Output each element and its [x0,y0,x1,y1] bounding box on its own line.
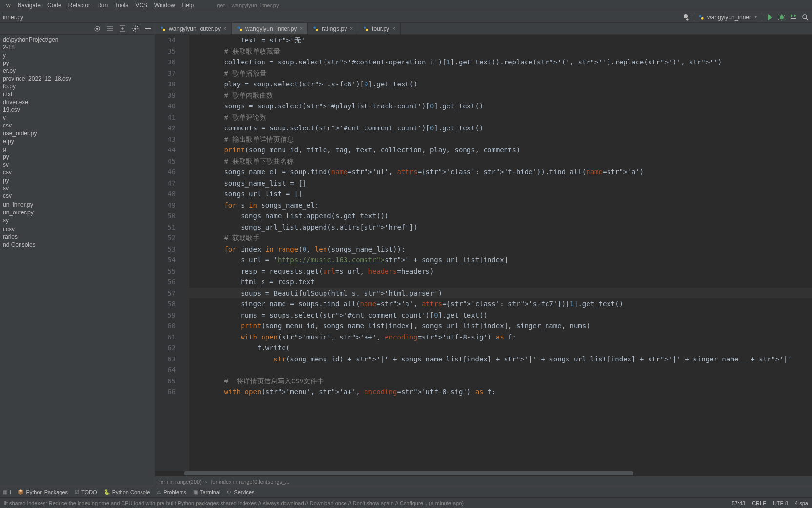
tree-file[interactable]: e.py [0,137,155,145]
code-line[interactable]: for index in range(0, len(songs_name_lis… [189,244,812,255]
tree-file[interactable]: province_2022_12_18.csv [0,75,155,83]
code-line[interactable]: # 输出歌单详情页信息 [189,134,812,145]
code-line[interactable]: str(song_menu_id) + str">'|' + songs_nam… [189,354,812,365]
tree-file[interactable]: csv [0,169,155,176]
run-button[interactable] [766,13,774,21]
close-icon[interactable]: × [300,26,303,31]
collapse-all-icon[interactable] [119,25,126,33]
project-tree[interactable]: de\pythonProject\gen 2-18 ypyer.pyprovin… [0,35,155,487]
code-line[interactable]: songs_name_list = [] [189,178,812,189]
tree-date[interactable]: 2-18 [0,43,155,51]
code-line[interactable]: with open(str">'menu', str">'a+', encodi… [189,386,812,398]
debug-button[interactable] [778,13,786,21]
tree-file[interactable]: v [0,114,155,122]
editor-tab[interactable]: wangyiyun_inner.py× [232,23,308,34]
tree-file[interactable]: nd Consoles [0,241,155,249]
code-line[interactable]: text = str">'无' [189,35,812,46]
code-line[interactable]: nums = soups.select(str">'#cnt_comment_c… [189,310,812,321]
menu-code[interactable]: Code [44,2,65,9]
menu-vcs[interactable]: VCS [132,2,151,9]
menu-help[interactable]: Help [179,2,198,9]
tree-file[interactable]: py [0,153,155,161]
editor-tab[interactable]: ratings.py× [308,23,358,34]
tree-file[interactable]: sv [0,184,155,192]
status-line-separator[interactable]: CRLF [752,500,766,506]
expand-all-icon[interactable] [106,25,114,33]
code-line[interactable]: # 歌单播放量 [189,68,812,79]
code-editor[interactable]: 3435363738394041424344454647484950515253… [155,35,812,471]
status-caret-position[interactable]: 57:43 [732,500,746,506]
code-line[interactable]: # 获取歌单下歌曲名称 [189,156,812,167]
tree-file[interactable]: g [0,145,155,153]
run-configuration-selector[interactable]: wangyiyun_inner ▼ [694,13,762,21]
tree-file[interactable]: y [0,51,155,59]
tree-file[interactable]: sy [0,216,155,224]
code-line[interactable]: soups = BeautifulSoup(html_s, str">'html… [189,288,812,299]
tree-file[interactable]: er.py [0,67,155,75]
close-icon[interactable]: × [392,26,395,31]
search-everywhere-icon[interactable] [801,13,809,21]
status-message[interactable]: ilt shared indexes: Reduce the indexing … [4,500,464,506]
tree-file[interactable]: r.txt [0,90,155,98]
breadcrumb-item[interactable]: for i in range(200) [159,479,202,485]
tree-file[interactable]: un_inner.py [0,201,155,209]
hide-icon[interactable] [144,25,152,33]
tree-file[interactable]: sv [0,161,155,169]
close-icon[interactable]: × [223,26,226,31]
code-line[interactable]: # 歌单内歌曲数 [189,90,812,101]
tree-file[interactable]: 19.csv [0,106,155,114]
tree-file[interactable]: un_outer.py [0,209,155,216]
code-line[interactable]: print(song_menu_id, songs_name_list[inde… [189,320,812,332]
add-config-icon[interactable] [682,13,690,21]
bottom-tab-todo[interactable]: ☑TODO [75,489,97,495]
code-line[interactable]: songs_url_list = [] [189,189,812,200]
bottom-tab-problems[interactable]: ⚠Problems [157,489,186,495]
bottom-tab-services[interactable]: ⚙Services [227,489,254,495]
code-line[interactable]: with open(str">'music', str">'a+', encod… [189,332,812,343]
tree-file[interactable]: i.csv [0,225,155,233]
status-encoding[interactable]: UTF-8 [773,500,788,506]
tree-file[interactable]: driver.exe [0,98,155,106]
code-line[interactable]: # 获取歌手 [189,233,812,244]
code-line[interactable]: comments = soup.select(str">'#cnt_commen… [189,123,812,134]
tree-file[interactable]: csv [0,122,155,129]
tree-file[interactable]: py [0,59,155,67]
tree-file[interactable]: raries [0,233,155,241]
code-line[interactable]: print(song_menu_id, title, tag, text, co… [189,145,812,156]
code-line[interactable]: html_s = resp.text [189,276,812,288]
code-line[interactable]: f.write( [189,342,812,354]
code-line[interactable]: resp = requests.get(url=s_url, headers=h… [189,266,812,277]
tree-file[interactable]: csv [0,192,155,200]
code-line[interactable]: songs_url_list.append(s.attrs[str">'href… [189,222,812,233]
scrollbar-thumb[interactable] [184,471,633,475]
horizontal-scrollbar[interactable] [155,471,812,476]
close-icon[interactable]: × [350,26,353,31]
tree-file[interactable]: py [0,176,155,184]
status-indent[interactable]: 4 spa [795,500,808,506]
code-line[interactable] [189,364,812,376]
tree-file[interactable]: use_order.py [0,129,155,137]
menu-window[interactable]: Window [151,2,179,9]
code-line[interactable]: singer_name = soups.find_all(name=str">'… [189,298,812,310]
tree-file[interactable]: fo.py [0,83,155,90]
editor-tab[interactable]: tour.py× [358,23,401,34]
bottom-tab-terminal[interactable]: ▣Terminal [193,489,221,495]
code-line[interactable]: collection = soup.select(str">'#content-… [189,57,812,68]
menu-run[interactable]: Run [94,2,111,9]
code-line[interactable]: for s in songs_name_el: [189,200,812,211]
bottom-tab-l[interactable]: ▦l [3,489,11,495]
menu-refactor[interactable]: Refactor [65,2,94,9]
code-content[interactable]: text = str">'无' # 获取歌单收藏量 collection = s… [189,35,812,471]
bottom-tab-python-packages[interactable]: 📦Python Packages [18,489,68,495]
breadcrumb-item[interactable]: for index in range(0,len(songs_... [211,479,290,485]
bottom-tab-python-console[interactable]: 🐍Python Console [104,489,150,495]
code-line[interactable]: # 获取歌单收藏量 [189,46,812,57]
select-opened-file-icon[interactable] [93,25,101,33]
code-line[interactable]: # 歌单评论数 [189,112,812,123]
settings-icon[interactable] [131,25,139,33]
code-line[interactable]: songs_name_list.append(s.get_text()) [189,211,812,222]
code-line[interactable]: play = soup.select(str">'.s-fc6')[0].get… [189,79,812,90]
code-line[interactable]: s_url = 'https://music.163.comstr">str">… [189,254,812,266]
menu-w[interactable]: w [3,2,14,9]
tree-root[interactable]: de\pythonProject\gen [0,36,155,43]
